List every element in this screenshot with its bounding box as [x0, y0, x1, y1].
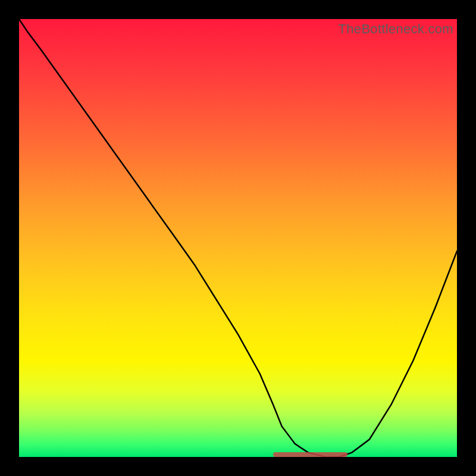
chart-frame: TheBottleneck.com	[0, 0, 476, 476]
plot-area: TheBottleneck.com	[19, 19, 457, 457]
optimal-range-marker	[273, 452, 347, 457]
bottleneck-curve	[19, 19, 457, 457]
